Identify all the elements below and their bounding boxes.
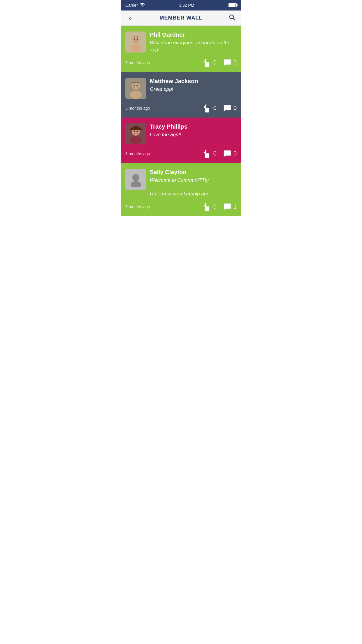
comment-icon: [222, 58, 232, 67]
battery-fill: [229, 4, 236, 7]
thumbs-up-icon: [202, 104, 212, 113]
post-4-footer: 3 months ago 0 1: [125, 202, 237, 211]
wifi-icon: [140, 3, 145, 8]
post-4-like-count: 0: [213, 203, 217, 210]
status-bar-center-wrap: 3:32 PM: [145, 3, 229, 8]
avatar-matthew[interactable]: [125, 78, 146, 99]
post-3-message: Love the app!!: [150, 131, 237, 138]
post-4-actions: 0 1: [202, 202, 237, 211]
comment-icon: [222, 104, 232, 113]
post-2-info: Matthew Jackson Great app!: [150, 78, 237, 93]
post-2-comment-count: 0: [233, 105, 237, 111]
svg-point-10: [130, 91, 142, 99]
carrier-label: Carrier: [125, 3, 138, 8]
page-title: MEMBER WALL: [160, 15, 203, 21]
post-3-comment-button[interactable]: 0: [222, 149, 237, 158]
default-avatar-icon: [128, 172, 143, 187]
post-4: Sally Clayton Welcome to CommunITTty ITT…: [121, 163, 241, 216]
post-3-comment-count: 0: [233, 150, 237, 157]
post-2-like-button[interactable]: 0: [202, 104, 217, 113]
post-2-message: Great app!: [150, 86, 237, 93]
status-bar-right: [229, 3, 237, 7]
post-1-comment-count: 0: [233, 59, 237, 66]
svg-point-7: [137, 38, 138, 40]
post-3-header: Tracy Phillips Love the app!!: [125, 123, 237, 144]
post-2-actions: 0 0: [202, 104, 237, 113]
avatar-tracy[interactable]: [125, 123, 146, 144]
thumbs-up-icon: [202, 58, 212, 67]
post-4-info: Sally Clayton Welcome to CommunITTty ITT…: [150, 169, 237, 197]
post-1-info: Phil Gardner Well done everyone, congrat…: [150, 32, 237, 53]
svg-point-16: [130, 136, 142, 144]
post-2-name: Matthew Jackson: [150, 78, 237, 85]
post-2-comment-button[interactable]: 0: [222, 104, 237, 113]
post-1-comment-button[interactable]: 0: [222, 58, 237, 67]
svg-point-0: [142, 6, 143, 7]
post-3-like-button[interactable]: 0: [202, 149, 217, 158]
comment-icon: [222, 149, 232, 158]
avatar-sally[interactable]: [125, 169, 146, 190]
post-1-like-button[interactable]: 0: [202, 58, 217, 67]
post-1-name: Phil Gardner: [150, 32, 237, 38]
post-2-like-count: 0: [213, 105, 217, 111]
post-1-message: Well done everyone, congrats on the app!: [150, 39, 237, 53]
back-button[interactable]: ‹: [125, 14, 135, 22]
post-4-header: Sally Clayton Welcome to CommunITTty ITT…: [125, 169, 237, 197]
post-1-header: Phil Gardner Well done everyone, congrat…: [125, 32, 237, 53]
search-icon: [229, 14, 236, 21]
post-3-name: Tracy Phillips: [150, 123, 237, 130]
svg-point-18: [137, 130, 138, 132]
thumbs-up-icon: [202, 149, 212, 158]
post-3: Tracy Phillips Love the app!! 3 months a…: [121, 118, 241, 163]
post-1-footer: 3 months ago 0 0: [125, 58, 237, 67]
svg-point-20: [131, 181, 141, 187]
status-bar-left: Carrier: [125, 3, 145, 8]
post-4-name: Sally Clayton: [150, 169, 237, 176]
svg-rect-13: [132, 82, 139, 83]
post-3-time: 3 months ago: [125, 151, 150, 156]
post-2-header: Matthew Jackson Great app!: [125, 78, 237, 99]
nav-bar: ‹ MEMBER WALL: [121, 10, 241, 26]
post-3-info: Tracy Phillips Love the app!!: [150, 123, 237, 138]
search-button[interactable]: [227, 14, 237, 22]
post-1: Phil Gardner Well done everyone, congrat…: [121, 26, 241, 72]
post-1-actions: 0 0: [202, 58, 237, 67]
post-3-like-count: 0: [213, 150, 217, 157]
post-2-time: 3 months ago: [125, 106, 150, 111]
avatar-phil[interactable]: [125, 32, 146, 52]
post-4-message: Welcome to CommunITTty ITT's new members…: [150, 177, 237, 197]
post-4-like-button[interactable]: 0: [202, 202, 217, 211]
post-4-time: 3 months ago: [125, 204, 150, 209]
status-time: 3:32 PM: [179, 3, 194, 8]
post-1-time: 3 months ago: [125, 60, 150, 65]
comment-icon: [222, 202, 232, 211]
svg-point-12: [137, 85, 138, 86]
svg-point-17: [134, 130, 135, 132]
post-1-like-count: 0: [213, 59, 217, 66]
battery-icon: [229, 3, 237, 7]
post-2-footer: 3 months ago 0 0: [125, 104, 237, 113]
svg-line-2: [233, 18, 235, 20]
svg-point-6: [134, 38, 135, 40]
svg-point-19: [132, 174, 139, 181]
post-2: Matthew Jackson Great app! 3 months ago …: [121, 72, 241, 118]
thumbs-up-icon: [202, 202, 212, 211]
post-3-footer: 3 months ago 0 0: [125, 149, 237, 158]
status-bar: Carrier 3:32 PM: [121, 0, 241, 10]
post-3-actions: 0 0: [202, 149, 237, 158]
post-4-comment-count: 1: [233, 203, 237, 210]
empty-area: [121, 216, 241, 274]
svg-point-11: [134, 85, 135, 86]
svg-point-5: [130, 44, 142, 52]
post-4-comment-button[interactable]: 1: [222, 202, 237, 211]
